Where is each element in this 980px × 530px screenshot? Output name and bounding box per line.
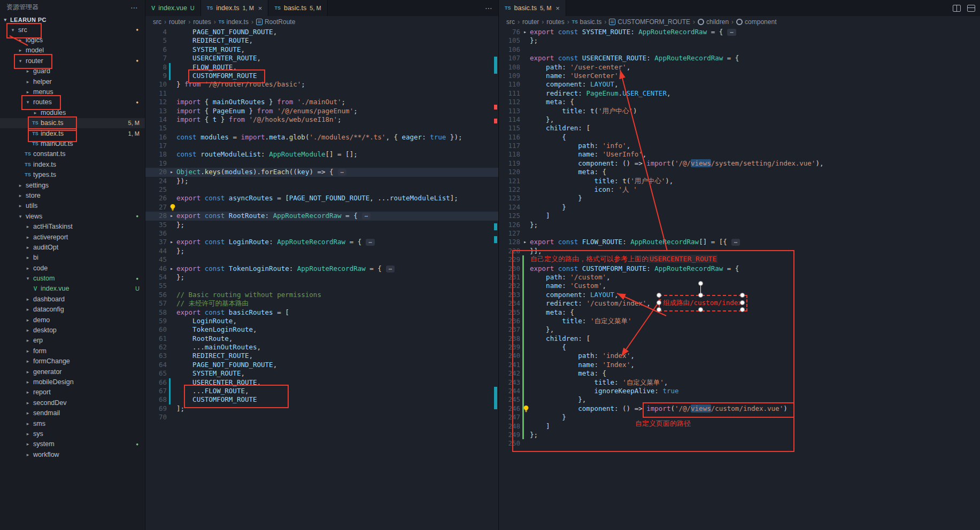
tree-item-secondDev[interactable]: ▸secondDev — [0, 398, 145, 408]
code-line-15[interactable]: 15 — [145, 124, 498, 132]
tree-item-dataconfig[interactable]: ▸dataconfig — [0, 305, 145, 315]
code-line-44[interactable]: 44}; — [145, 247, 498, 255]
code-line-238[interactable]: 238 children: [ — [499, 334, 980, 343]
tree-item-index.ts[interactable]: TSindex.ts — [0, 159, 145, 169]
folded-region-badge[interactable]: ⋯ — [727, 29, 736, 36]
code-line-118[interactable]: 118 name: 'UserInfo', — [499, 150, 980, 159]
code-line-239[interactable]: 239 { — [499, 343, 980, 352]
code-line-6[interactable]: 6 SYSTEM_ROUTE, — [145, 45, 498, 54]
code-line-62[interactable]: 62 ...mainOutRoutes, — [145, 343, 498, 352]
tab-basic.ts[interactable]: TSbasic.ts5, M — [268, 0, 327, 16]
tree-item-menus[interactable]: ▸menus — [0, 87, 145, 97]
code-line-45[interactable]: 45 — [145, 255, 498, 264]
code-line-123[interactable]: 123 } — [499, 194, 980, 202]
code-editor-basic-ts[interactable]: 76▸export const SYSTEM_ROUTE: AppRouteRe… — [499, 28, 980, 530]
breadcrumb-item-basic.ts[interactable]: TSbasic.ts — [572, 18, 602, 26]
folded-region-badge[interactable]: ⋯ — [338, 169, 347, 176]
fold-chevron-icon[interactable]: ▸ — [520, 28, 530, 36]
code-line-128[interactable]: 128▸export const FLOW_ROUTE: AppRouteRec… — [499, 238, 980, 246]
code-line-242[interactable]: 242 meta: { — [499, 369, 980, 378]
code-line-58[interactable]: 58export const basicRoutes = [ — [145, 308, 498, 317]
tree-item-logics[interactable]: ▸logics — [0, 35, 145, 45]
explorer-more-icon[interactable]: ⋯ — [130, 3, 138, 12]
code-line-63[interactable]: 63 REDIRECT_ROUTE, — [145, 352, 498, 360]
tree-item-settings[interactable]: ▸settings — [0, 180, 145, 190]
tab-index.ts[interactable]: TSindex.ts1, M× — [201, 0, 269, 16]
tree-item-sendmail[interactable]: ▸sendmail — [0, 408, 145, 418]
tree-item-dashboard[interactable]: ▸dashboard — [0, 294, 145, 304]
code-line-237[interactable]: 237 }, — [499, 325, 980, 334]
code-line-35[interactable]: 35}; — [145, 221, 498, 229]
folded-region-badge[interactable]: ⋯ — [366, 239, 375, 246]
code-line-114[interactable]: 114 }, — [499, 115, 980, 124]
tab-index.vue[interactable]: Vindex.vueU — [145, 0, 201, 16]
code-line-109[interactable]: 109 name: 'UserCenter', — [499, 72, 980, 80]
tree-item-formChange[interactable]: ▸formChange — [0, 356, 145, 367]
code-line-119[interactable]: 119 component: () => import('/@/views/sy… — [499, 159, 980, 168]
code-line-231[interactable]: 231 path: '/custom', — [499, 273, 980, 282]
code-line-241[interactable]: 241 name: 'Index', — [499, 361, 980, 369]
folded-region-badge[interactable]: ⋯ — [386, 266, 395, 272]
split-editor-icon[interactable] — [953, 5, 961, 12]
tree-item-mobileDesign[interactable]: ▸mobileDesign — [0, 377, 145, 387]
tree-item-custom[interactable]: ▾custom● — [0, 273, 145, 283]
code-line-122[interactable]: 122 icon: '人 ' — [499, 185, 980, 194]
code-line-17[interactable]: 17 — [145, 142, 498, 150]
tree-item-model[interactable]: ▸model — [0, 45, 145, 56]
code-line-247[interactable]: 247 } — [499, 413, 980, 422]
code-line-124[interactable]: 124 } — [499, 203, 980, 212]
tree-item-index.ts[interactable]: TSindex.ts1, M — [0, 128, 145, 138]
code-line-16[interactable]: 16const modules = import.meta.glob('./mo… — [145, 133, 498, 142]
tree-item-bi[interactable]: ▸bi — [0, 253, 145, 263]
tree-item-views[interactable]: ▾views● — [0, 211, 145, 221]
code-line-120[interactable]: 120 meta: { — [499, 168, 980, 176]
code-line-250[interactable]: 250 — [499, 439, 980, 448]
tree-item-guard[interactable]: ▸guard — [0, 66, 145, 76]
tree-item-helper[interactable]: ▸helper — [0, 76, 145, 87]
code-editor-index-ts[interactable]: 4 PAGE_NOT_FOUND_ROUTE,5 REDIRECT_ROUTE,… — [145, 28, 498, 530]
code-line-26[interactable]: 26export const asyncRoutes = [PAGE_NOT_F… — [145, 194, 498, 202]
code-line-59[interactable]: 59 LoginRoute, — [145, 317, 498, 325]
code-line-240[interactable]: 240 path: 'index', — [499, 352, 980, 360]
code-line-36[interactable]: 36 — [145, 229, 498, 238]
code-line-37[interactable]: 37▸export const LoginRoute: AppRouteReco… — [145, 238, 498, 246]
breadcrumb-item-CUSTOMFORM_ROUTE[interactable]: CUSTOMFORM_ROUTE — [609, 18, 690, 26]
code-line-20[interactable]: 20▸Object.keys(modules).forEach((key) =>… — [145, 168, 498, 176]
tree-item-desktop[interactable]: ▸desktop — [0, 325, 145, 335]
code-line-233[interactable]: 233 component: LAYOUT, — [499, 291, 980, 299]
code-line-234[interactable]: 234 redirect: '/custom/index', — [499, 299, 980, 308]
lightbulb-icon[interactable] — [522, 405, 530, 412]
code-line-76[interactable]: 76▸export const SYSTEM_ROUTE: AppRouteRe… — [499, 28, 980, 36]
tree-item-basic.ts[interactable]: TSbasic.ts5, M — [0, 118, 145, 128]
code-line-68[interactable]: 68 CUSTOMFORM_ROUTE — [145, 395, 498, 404]
code-line-56[interactable]: 56// Basic routing without permissions — [145, 291, 498, 299]
code-line-65[interactable]: 65 SYSTEM_ROUTE, — [145, 369, 498, 378]
code-line-108[interactable]: 108 path: '/user-center', — [499, 63, 980, 72]
tree-item-report[interactable]: ▸report — [0, 387, 145, 398]
code-line-9[interactable]: 9 CUSTOMFORM_ROUTE — [145, 72, 498, 80]
code-line-117[interactable]: 117 path: 'info', — [499, 142, 980, 150]
code-line-60[interactable]: 60 TokenLoginRoute, — [145, 325, 498, 334]
tree-item-generator[interactable]: ▸generator — [0, 367, 145, 377]
code-line-18[interactable]: 18const routeModuleList: AppRouteModule[… — [145, 150, 498, 159]
breadcrumb-item-routes[interactable]: routes — [193, 18, 211, 26]
code-line-116[interactable]: 116 { — [499, 133, 980, 142]
code-line-57[interactable]: 57// 未经许可的基本路由 — [145, 299, 498, 308]
fold-chevron-icon[interactable]: ▸ — [167, 238, 176, 246]
tree-item-activereport[interactable]: ▸activereport — [0, 232, 145, 242]
code-line-115[interactable]: 115 children: [ — [499, 124, 980, 132]
code-line-248[interactable]: 248 ] — [499, 422, 980, 431]
code-line-64[interactable]: 64 PAGE_NOT_FOUND_ROUTE, — [145, 361, 498, 369]
tree-item-sys[interactable]: ▸sys — [0, 428, 145, 439]
lightbulb-icon[interactable] — [169, 204, 176, 211]
tree-item-demo[interactable]: ▸demo — [0, 315, 145, 325]
breadcrumb-item-component[interactable]: component — [736, 18, 776, 26]
breadcrumb-item-router[interactable]: router — [522, 18, 539, 26]
breadcrumb-item-RootRoute[interactable]: RootRoute — [256, 18, 295, 26]
code-line-230[interactable]: 230export const CUSTOMFORM_ROUTE: AppRou… — [499, 264, 980, 273]
code-line-66[interactable]: 66 USERCENTER_ROUTE, — [145, 378, 498, 387]
breadcrumb-item-src[interactable]: src — [153, 18, 161, 26]
code-line-244[interactable]: 244 ignoreKeepAlive: true — [499, 387, 980, 395]
tree-item-mainOut.ts[interactable]: TSmainOut.ts — [0, 138, 145, 149]
code-line-125[interactable]: 125 ] — [499, 212, 980, 220]
